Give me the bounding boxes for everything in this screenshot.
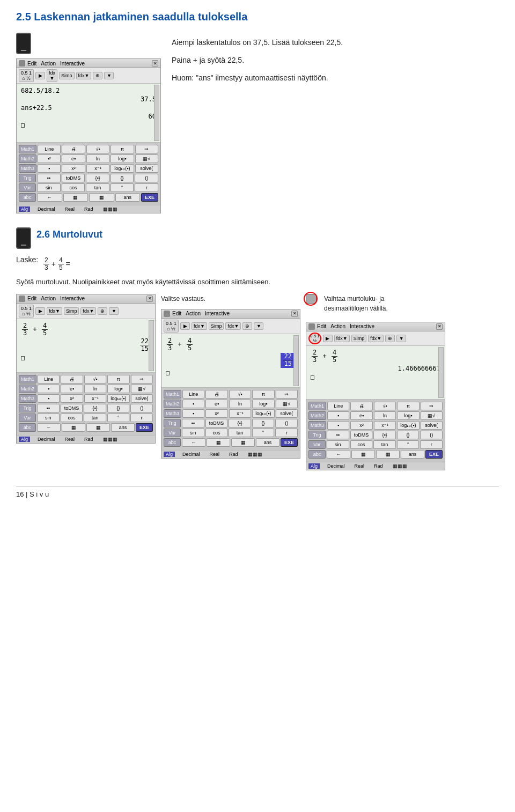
- c4-tb6[interactable]: ▼: [396, 335, 406, 342]
- c4-key-abc[interactable]: abc: [308, 450, 326, 459]
- c2-tb4[interactable]: fdx▼: [80, 307, 96, 315]
- c2-key-dot[interactable]: ▪: [38, 394, 60, 403]
- c3-key-print[interactable]: 🖨: [205, 390, 227, 398]
- c3-key-math2[interactable]: Math2: [164, 400, 181, 408]
- close-button[interactable]: ✕: [152, 60, 158, 67]
- c4-key-brace1[interactable]: {▪}: [373, 431, 396, 439]
- c4-key-tan[interactable]: tan: [373, 440, 396, 449]
- c4-key-math1[interactable]: Math1: [308, 402, 326, 410]
- c2-key-x2[interactable]: x²: [61, 394, 83, 403]
- c4-tb1[interactable]: 0.5 1½: [308, 333, 321, 344]
- c3-key-rad[interactable]: r: [275, 429, 298, 437]
- c3-key-dot[interactable]: ▪: [182, 409, 204, 418]
- c3-key-log[interactable]: log▪: [252, 400, 274, 408]
- c2-key-math2[interactable]: Math2: [19, 385, 36, 393]
- c4-key-var[interactable]: Var: [308, 440, 326, 449]
- key-copy[interactable]: ▦: [63, 193, 89, 202]
- c4-key-arrow[interactable]: ⇒: [421, 402, 443, 410]
- c3-tb2[interactable]: ▶: [180, 322, 190, 330]
- c2-key-copy[interactable]: ▦: [62, 423, 85, 432]
- toolbar-btn-fdx2[interactable]: fdx▼: [76, 72, 92, 79]
- menu-interactive[interactable]: Interactive: [60, 61, 85, 67]
- c4-key-brace2[interactable]: {}: [397, 431, 420, 439]
- c4-key-todms1[interactable]: ▪▪: [327, 431, 349, 439]
- key-todms[interactable]: toDMS: [62, 174, 85, 182]
- c2-key-var[interactable]: Var: [19, 414, 36, 422]
- key-cos[interactable]: cos: [62, 183, 85, 192]
- key-print[interactable]: 🖨: [62, 145, 85, 153]
- c4-tb5[interactable]: ⊕: [385, 335, 395, 342]
- c2-key-cos[interactable]: cos: [61, 414, 83, 422]
- c2-key-e[interactable]: e▪: [61, 385, 83, 393]
- c4-key-pi[interactable]: π: [397, 402, 419, 410]
- c3-tb1[interactable]: 0.5 1⌂ ½: [164, 320, 179, 333]
- key-sqrt[interactable]: √▪: [86, 145, 109, 153]
- c2-key-sin[interactable]: sin: [37, 414, 60, 422]
- key-nroot[interactable]: ▦√: [135, 154, 158, 163]
- key-back[interactable]: ←: [37, 193, 62, 202]
- c4-key-trig[interactable]: Trig: [308, 431, 326, 439]
- toolbar-btn-3[interactable]: fdx▼: [47, 69, 57, 82]
- c3-key-solve[interactable]: solve(: [276, 409, 298, 418]
- c3-key-trig[interactable]: Trig: [164, 419, 181, 427]
- c4-tb2[interactable]: ▶: [323, 335, 333, 342]
- c4-tb4[interactable]: fdx▼: [368, 335, 384, 342]
- key-dot[interactable]: ▪: [38, 164, 61, 173]
- c2-tb5[interactable]: ⊕: [98, 307, 107, 315]
- c3-menu-action[interactable]: Action: [186, 311, 201, 316]
- c4-key-math2[interactable]: Math2: [308, 411, 326, 420]
- c2-key-paste[interactable]: ▦: [86, 423, 110, 432]
- c4-key-todms[interactable]: toDMS: [350, 431, 373, 439]
- key-x2[interactable]: x²: [62, 164, 85, 173]
- c2-key-nroot[interactable]: ▦√: [131, 385, 153, 393]
- c3-key-sin[interactable]: sin: [182, 429, 204, 437]
- c3-key-todms1[interactable]: ▪▪: [182, 419, 204, 427]
- key-exe[interactable]: EXE: [141, 193, 158, 202]
- c4-key-deg[interactable]: °: [397, 440, 420, 449]
- c3-key-math3[interactable]: Math3: [164, 409, 181, 418]
- c2-key-log[interactable]: log▪: [107, 385, 129, 393]
- key-pi[interactable]: π: [111, 145, 134, 153]
- key-rad[interactable]: r: [135, 183, 158, 192]
- key-line[interactable]: Line: [38, 145, 61, 153]
- c4-key-exe[interactable]: EXE: [425, 450, 443, 459]
- c4-key-e[interactable]: e▪: [350, 411, 372, 420]
- toolbar-btn-nav2[interactable]: ▼: [104, 72, 114, 79]
- c2-key-ans[interactable]: ans: [111, 423, 135, 432]
- c2-key-math3[interactable]: Math3: [19, 394, 36, 403]
- c3-key-sqrt[interactable]: √▪: [229, 390, 251, 398]
- c2-menu-interactive[interactable]: Interactive: [60, 296, 85, 301]
- c4-key-cos[interactable]: cos: [350, 440, 373, 449]
- c2-key-trig[interactable]: Trig: [19, 404, 36, 412]
- c2-key-ln[interactable]: ln: [84, 385, 106, 393]
- c3-key-ln[interactable]: ln: [229, 400, 251, 408]
- calc3-scroll[interactable]: [293, 335, 299, 386]
- c2-tb1[interactable]: 0.5 1⌂ ½: [19, 305, 34, 318]
- key-math1[interactable]: Math1: [19, 145, 36, 153]
- c4-key-dot[interactable]: ▪: [327, 421, 349, 430]
- c2-key-todms[interactable]: toDMS: [61, 404, 83, 412]
- c3-menu-interactive[interactable]: Interactive: [205, 311, 230, 316]
- c2-key-deg[interactable]: °: [107, 414, 130, 422]
- c4-key-log10[interactable]: log₁₀(▪): [397, 421, 419, 430]
- key-e[interactable]: e▪: [62, 154, 85, 163]
- c2-key-pi[interactable]: π: [107, 375, 129, 383]
- c3-key-pi[interactable]: π: [252, 390, 274, 398]
- key-brace1[interactable]: {▪}: [86, 174, 109, 182]
- c2-key-xinv[interactable]: x⁻¹: [84, 394, 106, 403]
- calc4-scroll[interactable]: [438, 347, 444, 398]
- c3-tb5[interactable]: ⊕: [242, 322, 252, 330]
- key-solve[interactable]: solve(: [135, 164, 158, 173]
- key-tan[interactable]: tan: [86, 183, 109, 192]
- c2-key-rad[interactable]: r: [130, 414, 153, 422]
- c3-key-paren[interactable]: (): [275, 419, 298, 427]
- c2-menu-edit[interactable]: Edit: [27, 296, 36, 301]
- key-var[interactable]: Var: [19, 183, 36, 192]
- c4-key-back[interactable]: ←: [327, 450, 350, 459]
- c4-tbsimp[interactable]: Simp: [351, 335, 367, 342]
- c2-key-arrow[interactable]: ⇒: [131, 375, 153, 383]
- c4-key-copy[interactable]: ▦: [351, 450, 375, 459]
- c4-menu-interactive[interactable]: Interactive: [350, 323, 374, 329]
- c3-close[interactable]: ✕: [291, 311, 298, 317]
- c3-key-log10[interactable]: log₁₀(▪): [252, 409, 274, 418]
